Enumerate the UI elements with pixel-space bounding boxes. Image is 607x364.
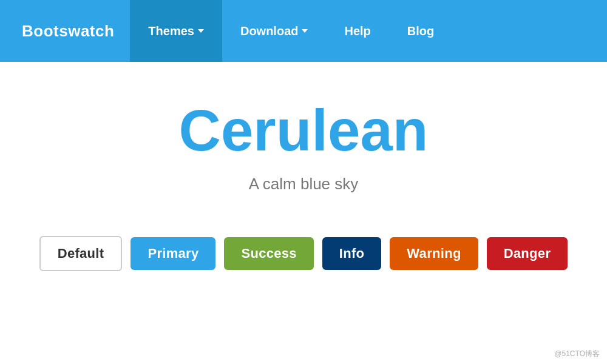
nav-blog[interactable]: Blog (389, 0, 452, 62)
theme-title: Cerulean (179, 98, 429, 163)
nav-themes-label: Themes (148, 24, 194, 38)
themes-caret-icon (198, 29, 204, 33)
nav-blog-label: Blog (407, 24, 434, 38)
nav-items: Themes Download Help Blog (130, 0, 452, 62)
btn-danger[interactable]: Danger (487, 237, 568, 270)
nav-themes[interactable]: Themes (130, 0, 222, 62)
btn-default[interactable]: Default (39, 236, 123, 271)
btn-success[interactable]: Success (224, 237, 313, 270)
nav-download[interactable]: Download (222, 0, 327, 62)
theme-subtitle: A calm blue sky (249, 175, 359, 194)
btn-info[interactable]: Info (322, 237, 382, 270)
main-content: Cerulean A calm blue sky Default Primary… (0, 62, 607, 295)
buttons-row: Default Primary Success Info Warning Dan… (39, 236, 568, 271)
nav-help[interactable]: Help (326, 0, 388, 62)
btn-primary[interactable]: Primary (131, 237, 215, 270)
btn-warning[interactable]: Warning (390, 237, 478, 270)
brand-logo[interactable]: Bootswatch (12, 22, 124, 41)
nav-help-label: Help (344, 24, 370, 38)
watermark: @51CTO博客 (554, 349, 600, 359)
download-caret-icon (302, 29, 308, 33)
navbar: Bootswatch Themes Download Help Blog (0, 0, 607, 62)
nav-download-label: Download (240, 24, 299, 38)
